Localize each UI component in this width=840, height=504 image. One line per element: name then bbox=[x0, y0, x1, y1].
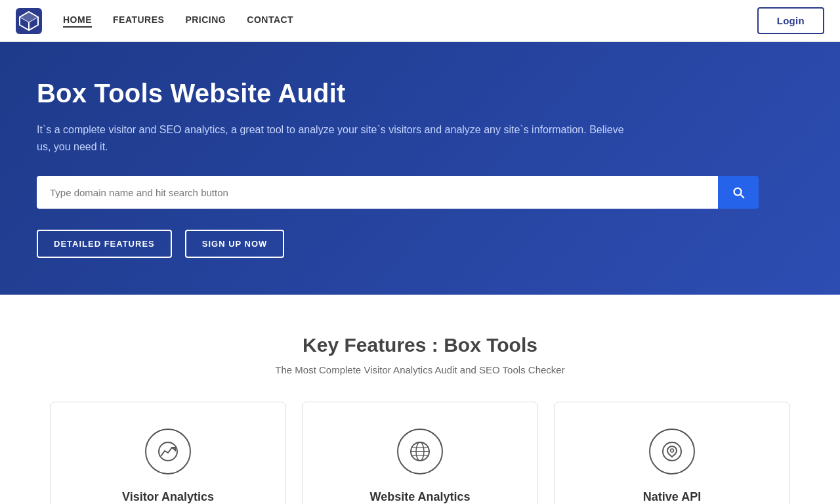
features-title: Key Features : Box Tools bbox=[26, 334, 814, 356]
nav-features[interactable]: FEATURES bbox=[113, 14, 164, 28]
card-title-api: Native API bbox=[574, 490, 770, 504]
feature-cards: Visitor Analytics It Has the ability to … bbox=[26, 402, 814, 504]
nav-links: HOME FEATURES PRICING CONTACT bbox=[63, 14, 757, 28]
brand-logo-icon bbox=[16, 8, 42, 34]
svg-point-11 bbox=[671, 449, 674, 452]
card-title-website: Website Analytics bbox=[322, 490, 518, 504]
features-section: Key Features : Box Tools The Most Comple… bbox=[0, 295, 840, 504]
globe-icon bbox=[410, 441, 430, 462]
search-button[interactable] bbox=[718, 176, 759, 209]
hero-subtitle: It`s a complete visitor and SEO analytic… bbox=[37, 121, 627, 155]
feature-card-website: Website Analytics It Has the ability to … bbox=[302, 402, 538, 504]
card-title-visitor: Visitor Analytics bbox=[70, 490, 266, 504]
login-button[interactable]: Login bbox=[757, 7, 824, 34]
chart-icon bbox=[158, 441, 178, 462]
feature-card-api: Native API It has native API by which de… bbox=[554, 402, 790, 504]
brand[interactable] bbox=[16, 8, 42, 34]
detailed-features-button[interactable]: DETAILED FEATURES bbox=[37, 230, 172, 258]
native-api-icon bbox=[649, 429, 695, 474]
hero-buttons: DETAILED FEATURES SIGN UP NOW bbox=[37, 230, 814, 258]
visitor-analytics-icon bbox=[145, 429, 191, 474]
search-bar bbox=[37, 176, 759, 209]
nav-pricing[interactable]: PRICING bbox=[185, 14, 226, 28]
svg-point-10 bbox=[663, 442, 681, 461]
navbar: HOME FEATURES PRICING CONTACT Login bbox=[0, 0, 840, 42]
hero-title: Box Tools Website Audit bbox=[37, 79, 814, 108]
search-icon bbox=[731, 185, 746, 200]
search-input[interactable] bbox=[37, 176, 718, 209]
website-analytics-icon bbox=[397, 429, 443, 474]
svg-point-4 bbox=[159, 442, 177, 461]
signup-button[interactable]: SIGN UP NOW bbox=[185, 230, 285, 258]
location-icon bbox=[662, 441, 682, 462]
feature-card-visitor: Visitor Analytics It Has the ability to … bbox=[50, 402, 286, 504]
nav-contact[interactable]: CONTACT bbox=[247, 14, 293, 28]
nav-home[interactable]: HOME bbox=[63, 14, 92, 28]
hero-section: Box Tools Website Audit It`s a complete … bbox=[0, 42, 840, 295]
features-subtitle: The Most Complete Visitor Analytics Audi… bbox=[26, 364, 814, 375]
